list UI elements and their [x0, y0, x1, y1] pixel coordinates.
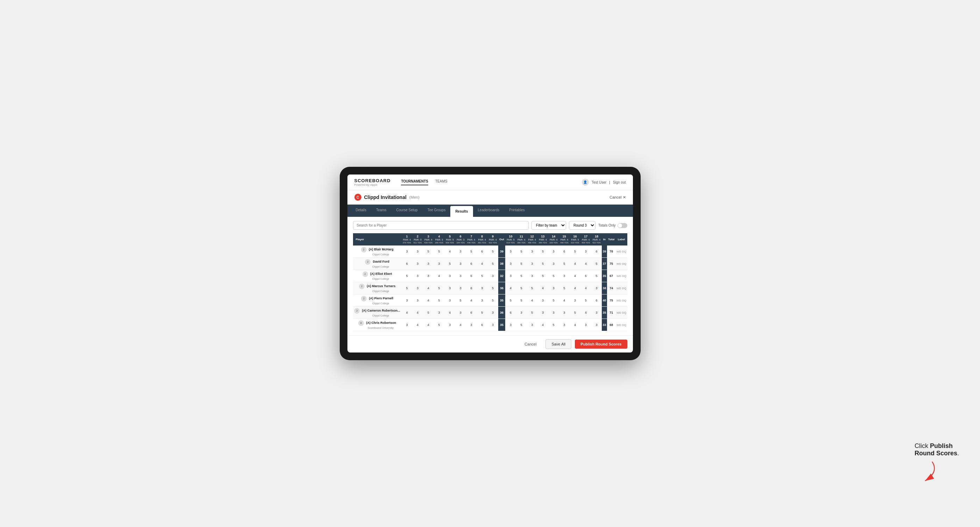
hole-18-score[interactable]: 6: [591, 294, 602, 306]
hole-18-score[interactable]: 3: [591, 319, 602, 331]
wd-label[interactable]: WD: [616, 275, 621, 278]
hole-7-score[interactable]: 6: [466, 257, 477, 270]
hole-4-score[interactable]: 5: [434, 246, 445, 258]
publish-round-scores-button[interactable]: Publish Round Scores: [575, 340, 627, 349]
hole-9-score[interactable]: 5: [487, 282, 498, 294]
hole-7-score[interactable]: 4: [466, 294, 477, 306]
hole-17-score[interactable]: 3: [581, 319, 591, 331]
hole-16-score[interactable]: 5: [570, 306, 581, 319]
hole-8-score[interactable]: 4: [477, 257, 487, 270]
hole-2-score[interactable]: 3: [412, 246, 423, 258]
totals-toggle-switch[interactable]: [617, 223, 627, 228]
wd-label[interactable]: WD: [616, 262, 621, 265]
cancel-button[interactable]: Cancel: [519, 340, 542, 349]
hole-12-score[interactable]: 3: [527, 257, 538, 270]
filter-team-select[interactable]: Filter by team: [531, 221, 566, 230]
hole-3-score[interactable]: 4: [423, 282, 434, 294]
hole-8-score[interactable]: 6: [477, 319, 487, 331]
wd-label[interactable]: WD: [616, 324, 621, 327]
dq-label[interactable]: DQ: [622, 275, 626, 278]
hole-16-score[interactable]: 4: [570, 282, 581, 294]
hole-4-score[interactable]: 3: [434, 257, 445, 270]
hole-13-score[interactable]: 5: [538, 270, 548, 282]
hole-5-score[interactable]: 4: [444, 306, 455, 319]
hole-13-score[interactable]: 3: [538, 306, 548, 319]
hole-13-score[interactable]: 4: [538, 319, 548, 331]
hole-9-score[interactable]: 3: [487, 319, 498, 331]
hole-10-score[interactable]: 5: [505, 294, 516, 306]
hole-3-score[interactable]: 5: [423, 306, 434, 319]
tournament-cancel[interactable]: Cancel ✕: [609, 195, 625, 200]
hole-8-score[interactable]: 5: [477, 306, 487, 319]
nav-tournaments[interactable]: TOURNAMENTS: [401, 179, 428, 185]
hole-14-score[interactable]: 5: [548, 294, 559, 306]
hole-15-score[interactable]: 3: [559, 319, 570, 331]
hole-7-score[interactable]: 3: [466, 319, 477, 331]
hole-4-score[interactable]: 3: [434, 306, 445, 319]
hole-10-score[interactable]: 3: [505, 257, 516, 270]
hole-3-score[interactable]: 3: [423, 270, 434, 282]
hole-3-score[interactable]: 4: [423, 294, 434, 306]
hole-11-score[interactable]: 5: [516, 282, 527, 294]
hole-15-score[interactable]: 5: [559, 282, 570, 294]
hole-12-score[interactable]: 3: [527, 246, 538, 258]
hole-10-score[interactable]: 6: [505, 306, 516, 319]
hole-5-score[interactable]: 5: [444, 257, 455, 270]
hole-15-score[interactable]: 4: [559, 294, 570, 306]
hole-17-score[interactable]: 4: [581, 257, 591, 270]
hole-8-score[interactable]: 6: [477, 246, 487, 258]
hole-9-score[interactable]: 3: [487, 270, 498, 282]
dq-label[interactable]: DQ: [622, 299, 626, 302]
dq-label[interactable]: DQ: [622, 324, 626, 327]
hole-10-score[interactable]: 3: [505, 246, 516, 258]
hole-13-score[interactable]: 5: [538, 246, 548, 258]
hole-4-score[interactable]: 5: [434, 319, 445, 331]
hole-5-score[interactable]: 4: [444, 246, 455, 258]
hole-18-score[interactable]: 6: [591, 246, 602, 258]
hole-16-score[interactable]: 4: [570, 319, 581, 331]
hole-11-score[interactable]: 5: [516, 246, 527, 258]
hole-6-score[interactable]: 3: [455, 282, 466, 294]
hole-18-score[interactable]: 5: [591, 270, 602, 282]
hole-8-score[interactable]: 3: [477, 282, 487, 294]
hole-5-score[interactable]: 3: [444, 319, 455, 331]
hole-17-score[interactable]: 4: [581, 282, 591, 294]
nav-teams[interactable]: TEAMS: [435, 179, 447, 185]
hole-7-score[interactable]: 6: [466, 270, 477, 282]
hole-3-score[interactable]: 4: [423, 319, 434, 331]
hole-12-score[interactable]: 3: [527, 319, 538, 331]
hole-14-score[interactable]: 3: [548, 246, 559, 258]
hole-13-score[interactable]: 4: [538, 282, 548, 294]
tab-printables[interactable]: Printables: [504, 205, 529, 217]
hole-12-score[interactable]: 3: [527, 270, 538, 282]
wd-label[interactable]: WD: [616, 250, 621, 253]
hole-2-score[interactable]: 3: [412, 282, 423, 294]
hole-17-score[interactable]: 4: [581, 306, 591, 319]
hole-1-score[interactable]: 3: [402, 319, 412, 331]
hole-1-score[interactable]: 6: [402, 257, 412, 270]
hole-18-score[interactable]: 3: [591, 306, 602, 319]
hole-4-score[interactable]: 4: [434, 270, 445, 282]
search-input[interactable]: [353, 221, 529, 230]
hole-16-score[interactable]: 5: [570, 246, 581, 258]
hole-5-score[interactable]: 3: [444, 270, 455, 282]
hole-9-score[interactable]: 5: [487, 294, 498, 306]
hole-8-score[interactable]: 5: [477, 270, 487, 282]
hole-16-score[interactable]: 4: [570, 270, 581, 282]
hole-11-score[interactable]: 5: [516, 319, 527, 331]
dq-label[interactable]: DQ: [622, 262, 626, 265]
hole-14-score[interactable]: 3: [548, 282, 559, 294]
hole-7-score[interactable]: 6: [466, 282, 477, 294]
dq-label[interactable]: DQ: [622, 311, 626, 314]
hole-6-score[interactable]: 3: [455, 246, 466, 258]
hole-13-score[interactable]: 3: [538, 294, 548, 306]
hole-6-score[interactable]: 4: [455, 319, 466, 331]
hole-17-score[interactable]: 3: [581, 246, 591, 258]
hole-11-score[interactable]: 5: [516, 294, 527, 306]
hole-5-score[interactable]: 3: [444, 282, 455, 294]
hole-6-score[interactable]: 3: [455, 306, 466, 319]
hole-4-score[interactable]: 5: [434, 294, 445, 306]
hole-2-score[interactable]: 3: [412, 294, 423, 306]
dq-label[interactable]: DQ: [622, 250, 626, 253]
hole-12-score[interactable]: 5: [527, 282, 538, 294]
